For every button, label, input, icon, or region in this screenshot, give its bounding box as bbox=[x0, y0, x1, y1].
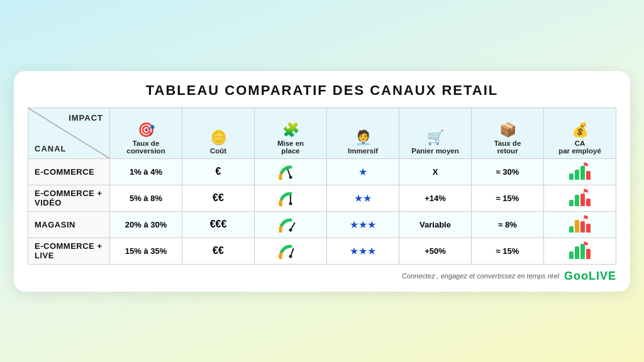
col-header-6: 💰CApar employé bbox=[544, 107, 616, 158]
cell-stars-2: ★★★ bbox=[327, 211, 399, 238]
col-header-3: 🧑‍💼Immersif bbox=[327, 107, 399, 158]
star-rating: ★★★ bbox=[350, 246, 376, 256]
col-label-3: Immersif bbox=[330, 147, 396, 155]
col-label-4: Panier moyen bbox=[402, 147, 469, 155]
cell-stars-3: ★★★ bbox=[327, 238, 399, 264]
cell-conversion-2: 20% à 30% bbox=[110, 211, 182, 238]
impact-label: IMPACT bbox=[69, 113, 103, 123]
table-row: E-COMMERCE + VIDÉO5% à 8%€€ ★★+14%≈ 15%⚑ bbox=[28, 185, 616, 211]
cell-panier-2: Variable bbox=[399, 211, 472, 238]
col-label-2: Mise enplace bbox=[257, 140, 324, 155]
col-header-5: 📦Taux deretour bbox=[472, 107, 544, 158]
star-rating: ★★★ bbox=[350, 219, 376, 230]
comparison-table: IMPACT CANAL 🎯Taux deconversion🪙Coût🧩Mis… bbox=[28, 107, 616, 265]
cell-conversion-0: 1% à 4% bbox=[110, 158, 182, 185]
cell-gauge-2 bbox=[255, 211, 327, 238]
col-label-1: Coût bbox=[185, 147, 252, 155]
row-label-2: MAGASIN bbox=[28, 211, 110, 238]
footer-tagline: Connectez , engagez et convertissez en t… bbox=[402, 272, 559, 280]
row-label-0: E-COMMERCE bbox=[28, 158, 110, 185]
cell-gauge-0 bbox=[255, 158, 327, 185]
col-icon-1: 🪙 bbox=[185, 129, 252, 146]
col-header-0: 🎯Taux deconversion bbox=[110, 107, 182, 158]
cell-gauge-1 bbox=[255, 185, 327, 211]
cell-retour-2: ≈ 8% bbox=[472, 211, 544, 238]
col-header-4: 🛒Panier moyen bbox=[399, 107, 472, 158]
col-icon-6: 💰 bbox=[547, 122, 613, 138]
cell-stars-1: ★★ bbox=[327, 185, 399, 211]
cell-bar-1: ⚑ bbox=[544, 185, 616, 211]
col-icon-3: 🧑‍💼 bbox=[330, 129, 396, 146]
page-title: TABLEAU COMPARATIF DES CANAUX RETAIL bbox=[28, 82, 616, 99]
cell-retour-1: ≈ 15% bbox=[472, 185, 544, 211]
svg-point-4 bbox=[289, 202, 292, 206]
col-icon-5: 📦 bbox=[474, 122, 541, 138]
corner-cell: IMPACT CANAL bbox=[28, 107, 110, 158]
table-row: MAGASIN20% à 30%€€€ ★★★Variable≈ 8%⚑ bbox=[28, 211, 616, 238]
cell-conversion-3: 15% à 35% bbox=[110, 238, 182, 264]
cell-bar-3: ⚑ bbox=[544, 238, 616, 264]
col-label-0: Taux deconversion bbox=[113, 140, 179, 155]
col-icon-4: 🛒 bbox=[402, 129, 469, 146]
cell-stars-0: ★ bbox=[327, 158, 399, 185]
cell-cout-3: €€ bbox=[182, 238, 255, 264]
star-rating: ★ bbox=[358, 167, 367, 177]
cell-cout-0: € bbox=[182, 158, 255, 185]
cell-cout-1: €€ bbox=[182, 185, 255, 211]
col-icon-2: 🧩 bbox=[257, 122, 324, 138]
col-header-2: 🧩Mise enplace bbox=[255, 107, 327, 158]
col-label-5: Taux deretour bbox=[474, 140, 541, 155]
main-card: TABLEAU COMPARATIF DES CANAUX RETAIL IMP… bbox=[14, 71, 630, 292]
cell-panier-1: +14% bbox=[399, 185, 472, 211]
cell-cout-2: €€€ bbox=[182, 211, 255, 238]
cell-bar-2: ⚑ bbox=[544, 211, 616, 238]
brand-logo: GooLIVE bbox=[564, 270, 616, 283]
cell-conversion-1: 5% à 8% bbox=[110, 185, 182, 211]
footer: Connectez , engagez et convertissez en t… bbox=[28, 270, 616, 283]
svg-point-8 bbox=[289, 255, 292, 258]
star-rating: ★★ bbox=[354, 193, 372, 204]
canal-label: CANAL bbox=[35, 144, 67, 153]
svg-point-2 bbox=[289, 176, 292, 179]
col-label-6: CApar employé bbox=[547, 140, 613, 155]
cell-bar-0: ⚑ bbox=[544, 158, 616, 185]
svg-point-6 bbox=[289, 229, 292, 232]
col-header-1: 🪙Coût bbox=[182, 107, 255, 158]
row-label-1: E-COMMERCE + VIDÉO bbox=[28, 185, 110, 211]
cell-gauge-3 bbox=[255, 238, 327, 264]
cell-panier-0: X bbox=[399, 158, 472, 185]
table-row: E-COMMERCE + LIVE15% à 35%€€ ★★★+50%≈ 15… bbox=[28, 238, 616, 264]
cell-retour-3: ≈ 15% bbox=[472, 238, 544, 264]
cell-retour-0: ≈ 30% bbox=[472, 158, 544, 185]
row-label-3: E-COMMERCE + LIVE bbox=[28, 238, 110, 264]
cell-panier-3: +50% bbox=[399, 238, 472, 264]
col-icon-0: 🎯 bbox=[113, 122, 179, 138]
table-row: E-COMMERCE1% à 4%€ ★X≈ 30%⚑ bbox=[28, 158, 616, 185]
